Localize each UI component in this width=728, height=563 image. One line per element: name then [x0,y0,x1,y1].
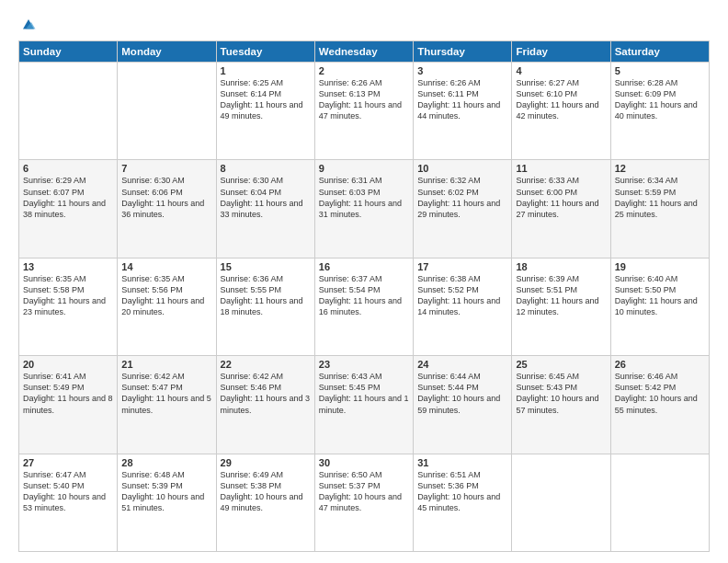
day-number: 2 [319,65,409,76]
calendar-week-row: 13Sunrise: 6:35 AM Sunset: 5:58 PM Dayli… [19,258,710,355]
calendar-cell: 9Sunrise: 6:31 AM Sunset: 6:03 PM Daylig… [314,160,413,258]
day-info: Sunrise: 6:35 AM Sunset: 5:58 PM Dayligh… [23,273,113,318]
day-info: Sunrise: 6:45 AM Sunset: 5:43 PM Dayligh… [516,371,606,416]
day-info: Sunrise: 6:34 AM Sunset: 5:59 PM Dayligh… [615,175,705,220]
day-number: 11 [516,163,606,174]
day-info: Sunrise: 6:37 AM Sunset: 5:54 PM Dayligh… [319,273,409,318]
calendar-cell: 24Sunrise: 6:44 AM Sunset: 5:44 PM Dayli… [414,356,512,454]
day-number: 26 [615,359,705,370]
day-info: Sunrise: 6:49 AM Sunset: 5:38 PM Dayligh… [221,469,311,514]
calendar-cell: 30Sunrise: 6:50 AM Sunset: 5:37 PM Dayli… [314,454,413,551]
calendar-cell [512,454,610,551]
day-info: Sunrise: 6:31 AM Sunset: 6:03 PM Dayligh… [319,175,409,220]
day-number: 6 [23,163,113,174]
calendar-cell: 8Sunrise: 6:30 AM Sunset: 6:04 PM Daylig… [216,160,314,258]
day-number: 4 [516,65,606,76]
calendar-cell: 29Sunrise: 6:49 AM Sunset: 5:38 PM Dayli… [216,454,314,551]
calendar-cell: 18Sunrise: 6:39 AM Sunset: 5:51 PM Dayli… [512,258,610,355]
day-number: 19 [615,261,705,272]
header-day: Sunday [19,41,118,63]
calendar-cell: 15Sunrise: 6:36 AM Sunset: 5:55 PM Dayli… [216,258,314,355]
day-info: Sunrise: 6:36 AM Sunset: 5:55 PM Dayligh… [221,273,311,318]
day-info: Sunrise: 6:28 AM Sunset: 6:09 PM Dayligh… [615,77,705,122]
day-number: 23 [319,359,409,370]
calendar-cell: 27Sunrise: 6:47 AM Sunset: 5:40 PM Dayli… [19,454,118,551]
calendar-week-row: 20Sunrise: 6:41 AM Sunset: 5:49 PM Dayli… [19,356,710,454]
day-number: 27 [23,457,113,468]
day-number: 15 [221,261,311,272]
day-info: Sunrise: 6:38 AM Sunset: 5:52 PM Dayligh… [417,273,507,318]
day-info: Sunrise: 6:26 AM Sunset: 6:13 PM Dayligh… [319,77,409,122]
calendar-cell: 12Sunrise: 6:34 AM Sunset: 5:59 PM Dayli… [610,160,709,258]
day-number: 28 [121,457,211,468]
header [18,15,710,33]
calendar-cell: 22Sunrise: 6:42 AM Sunset: 5:46 PM Dayli… [216,356,314,454]
day-info: Sunrise: 6:39 AM Sunset: 5:51 PM Dayligh… [516,273,606,318]
day-info: Sunrise: 6:48 AM Sunset: 5:39 PM Dayligh… [121,469,211,514]
day-number: 5 [615,65,705,76]
day-info: Sunrise: 6:50 AM Sunset: 5:37 PM Dayligh… [319,469,409,514]
day-info: Sunrise: 6:43 AM Sunset: 5:45 PM Dayligh… [319,371,409,416]
calendar-cell: 16Sunrise: 6:37 AM Sunset: 5:54 PM Dayli… [314,258,413,355]
calendar-cell: 10Sunrise: 6:32 AM Sunset: 6:02 PM Dayli… [414,160,512,258]
logo-icon [20,17,37,33]
calendar-week-row: 1Sunrise: 6:25 AM Sunset: 6:14 PM Daylig… [19,63,710,160]
day-number: 17 [417,261,507,272]
day-info: Sunrise: 6:42 AM Sunset: 5:46 PM Dayligh… [221,371,311,416]
day-info: Sunrise: 6:51 AM Sunset: 5:36 PM Dayligh… [417,469,507,514]
calendar-cell [610,454,709,551]
calendar-cell: 2Sunrise: 6:26 AM Sunset: 6:13 PM Daylig… [314,63,413,160]
calendar-cell: 28Sunrise: 6:48 AM Sunset: 5:39 PM Dayli… [118,454,216,551]
day-number: 24 [417,359,507,370]
day-number: 22 [221,359,311,370]
day-info: Sunrise: 6:42 AM Sunset: 5:47 PM Dayligh… [121,371,211,416]
calendar-cell: 21Sunrise: 6:42 AM Sunset: 5:47 PM Dayli… [118,356,216,454]
page: SundayMondayTuesdayWednesdayThursdayFrid… [0,0,728,563]
day-info: Sunrise: 6:41 AM Sunset: 5:49 PM Dayligh… [23,371,113,416]
calendar-cell: 11Sunrise: 6:33 AM Sunset: 6:00 PM Dayli… [512,160,610,258]
calendar-header: SundayMondayTuesdayWednesdayThursdayFrid… [19,41,710,63]
day-number: 9 [319,163,409,174]
day-info: Sunrise: 6:27 AM Sunset: 6:10 PM Dayligh… [516,77,606,122]
day-info: Sunrise: 6:40 AM Sunset: 5:50 PM Dayligh… [615,273,705,318]
header-day: Monday [118,41,216,63]
day-number: 10 [417,163,507,174]
day-number: 16 [319,261,409,272]
calendar-cell: 1Sunrise: 6:25 AM Sunset: 6:14 PM Daylig… [216,63,314,160]
calendar-cell: 7Sunrise: 6:30 AM Sunset: 6:06 PM Daylig… [118,160,216,258]
calendar-cell: 6Sunrise: 6:29 AM Sunset: 6:07 PM Daylig… [19,160,118,258]
day-number: 29 [221,457,311,468]
day-number: 12 [615,163,705,174]
day-info: Sunrise: 6:46 AM Sunset: 5:42 PM Dayligh… [615,371,705,416]
calendar-cell: 17Sunrise: 6:38 AM Sunset: 5:52 PM Dayli… [414,258,512,355]
header-day: Wednesday [314,41,413,63]
calendar-cell: 25Sunrise: 6:45 AM Sunset: 5:43 PM Dayli… [512,356,610,454]
day-number: 14 [121,261,211,272]
calendar-cell: 3Sunrise: 6:26 AM Sunset: 6:11 PM Daylig… [414,63,512,160]
day-info: Sunrise: 6:30 AM Sunset: 6:06 PM Dayligh… [121,175,211,220]
day-number: 7 [121,163,211,174]
calendar-cell: 23Sunrise: 6:43 AM Sunset: 5:45 PM Dayli… [314,356,413,454]
header-day: Saturday [610,41,709,63]
day-info: Sunrise: 6:25 AM Sunset: 6:14 PM Dayligh… [221,77,311,122]
header-row: SundayMondayTuesdayWednesdayThursdayFrid… [19,41,710,63]
day-number: 1 [221,65,311,76]
day-info: Sunrise: 6:47 AM Sunset: 5:40 PM Dayligh… [23,469,113,514]
day-number: 20 [23,359,113,370]
calendar-cell: 31Sunrise: 6:51 AM Sunset: 5:36 PM Dayli… [414,454,512,551]
day-number: 21 [121,359,211,370]
logo [18,15,37,33]
calendar-cell: 13Sunrise: 6:35 AM Sunset: 5:58 PM Dayli… [19,258,118,355]
calendar-week-row: 6Sunrise: 6:29 AM Sunset: 6:07 PM Daylig… [19,160,710,258]
calendar-cell: 14Sunrise: 6:35 AM Sunset: 5:56 PM Dayli… [118,258,216,355]
day-info: Sunrise: 6:44 AM Sunset: 5:44 PM Dayligh… [417,371,507,416]
calendar-cell [19,63,118,160]
day-info: Sunrise: 6:29 AM Sunset: 6:07 PM Dayligh… [23,175,113,220]
day-info: Sunrise: 6:35 AM Sunset: 5:56 PM Dayligh… [121,273,211,318]
day-number: 13 [23,261,113,272]
calendar-cell: 20Sunrise: 6:41 AM Sunset: 5:49 PM Dayli… [19,356,118,454]
calendar-cell [118,63,216,160]
day-number: 3 [417,65,507,76]
day-number: 25 [516,359,606,370]
calendar-cell: 5Sunrise: 6:28 AM Sunset: 6:09 PM Daylig… [610,63,709,160]
